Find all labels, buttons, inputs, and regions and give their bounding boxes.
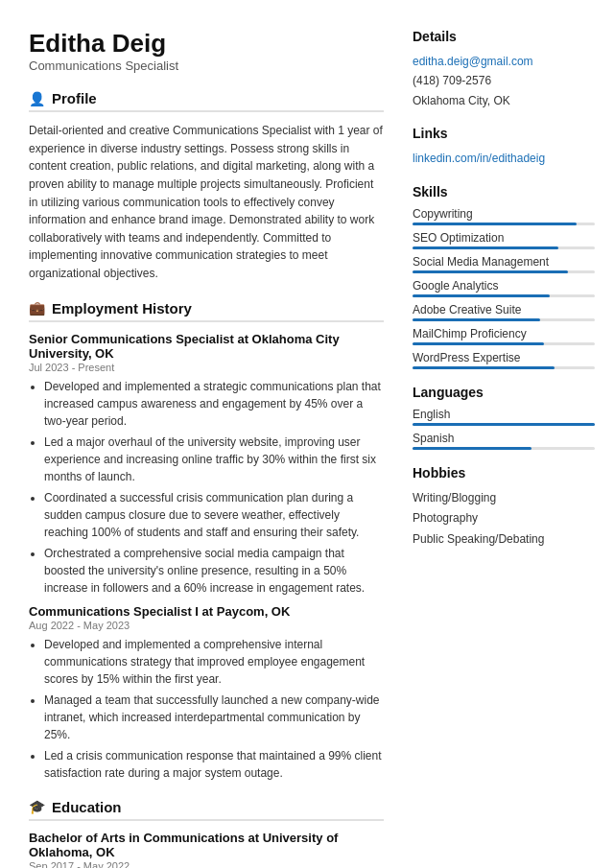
skill-copywriting: Copywriting xyxy=(413,207,595,225)
skill-bar-fill xyxy=(413,246,558,249)
lang-spanish: Spanish xyxy=(413,432,595,450)
job-1-date: Jul 2023 - Present xyxy=(29,362,384,373)
job-1-title: Senior Communications Specialist at Okla… xyxy=(29,332,384,361)
edu-1-title: Bachelor of Arts in Communications at Un… xyxy=(29,831,384,859)
list-item: Developed and implemented a comprehensiv… xyxy=(44,636,384,688)
list-item: Coordinated a successful crisis communic… xyxy=(44,489,384,541)
lang-name: Spanish xyxy=(413,432,595,445)
list-item: Managed a team that successfully launche… xyxy=(44,692,384,743)
languages-label: Languages xyxy=(413,385,595,400)
list-item: Led a crisis communication response that… xyxy=(44,747,384,782)
skill-bar-fill xyxy=(413,342,544,345)
skill-adobe: Adobe Creative Suite xyxy=(413,303,595,321)
header-section: Editha Deig Communications Specialist xyxy=(29,29,384,73)
right-column: Details editha.deig@gmail.com (418) 709-… xyxy=(413,29,595,868)
hobbies-label: Hobbies xyxy=(413,465,595,481)
hobbies-section: Hobbies Writing/Blogging Photography Pub… xyxy=(413,465,595,551)
lang-name: English xyxy=(413,408,595,421)
education-section: 🎓 Education Bachelor of Arts in Communic… xyxy=(29,799,384,868)
profile-section: 👤 Profile Detail-oriented and creative C… xyxy=(29,90,384,282)
job-1-bullets: Developed and implemented a strategic co… xyxy=(29,378,384,597)
education-header: 🎓 Education xyxy=(29,799,384,821)
edu-1-date: Sep 2017 - May 2022 xyxy=(29,860,384,868)
lang-bar-bg xyxy=(413,423,595,426)
languages-section: Languages English Spanish xyxy=(413,385,595,450)
profile-text: Detail-oriented and creative Communicati… xyxy=(29,122,384,282)
skill-bar-fill xyxy=(413,270,568,273)
skill-name: MailChimp Proficiency xyxy=(413,327,595,340)
profile-icon: 👤 xyxy=(29,91,45,106)
lang-english: English xyxy=(413,408,595,426)
skill-bar-fill xyxy=(413,294,550,297)
details-label: Details xyxy=(413,29,595,44)
lang-bar-fill xyxy=(413,447,531,450)
skill-bar-bg xyxy=(413,294,595,297)
resume-container: Editha Deig Communications Specialist 👤 … xyxy=(0,0,614,868)
employment-icon: 💼 xyxy=(29,300,45,316)
links-label: Links xyxy=(413,126,595,141)
skill-name: Copywriting xyxy=(413,207,595,221)
skill-mailchimp: MailChimp Proficiency xyxy=(413,327,595,345)
skill-bar-bg xyxy=(413,223,595,225)
list-item: Developed and implemented a strategic co… xyxy=(44,378,384,430)
list-item: Led a major overhaul of the university w… xyxy=(44,434,384,485)
edu-1: Bachelor of Arts in Communications at Un… xyxy=(29,831,384,868)
job-2-date: Aug 2022 - May 2023 xyxy=(29,620,384,631)
profile-header: 👤 Profile xyxy=(29,90,384,112)
skill-bar-fill xyxy=(413,366,555,369)
skill-bar-bg xyxy=(413,318,595,321)
education-label: Education xyxy=(52,799,122,815)
employment-header: 💼 Employment History xyxy=(29,300,384,322)
skill-bar-bg xyxy=(413,366,595,369)
linkedin-link[interactable]: linkedin.com/in/edithadeig xyxy=(413,149,595,168)
skill-bar-bg xyxy=(413,342,595,345)
candidate-name: Editha Deig xyxy=(29,29,384,59)
lang-bar-bg xyxy=(413,447,595,450)
links-section: Links linkedin.com/in/edithadeig xyxy=(413,126,595,168)
skill-wordpress: WordPress Expertise xyxy=(413,351,595,369)
candidate-title: Communications Specialist xyxy=(29,59,384,73)
skill-name: Google Analytics xyxy=(413,279,595,293)
profile-label: Profile xyxy=(52,90,97,106)
skill-social-media: Social Media Management xyxy=(413,255,595,273)
job-2-bullets: Developed and implemented a comprehensiv… xyxy=(29,636,384,782)
left-column: Editha Deig Communications Specialist 👤 … xyxy=(29,29,384,868)
employment-section: 💼 Employment History Senior Communicatio… xyxy=(29,300,384,782)
skill-google-analytics: Google Analytics xyxy=(413,279,595,297)
details-section: Details editha.deig@gmail.com (418) 709-… xyxy=(413,29,595,110)
phone-text: (418) 709-2576 xyxy=(413,71,595,90)
skills-label: Skills xyxy=(413,184,595,199)
skill-bar-fill xyxy=(413,318,540,321)
lang-bar-fill xyxy=(413,423,595,426)
job-2-title: Communications Specialist I at Paycom, O… xyxy=(29,604,384,619)
hobby-1: Writing/Blogging xyxy=(413,488,595,509)
skill-bar-bg xyxy=(413,270,595,273)
hobby-2: Photography xyxy=(413,508,595,529)
job-2: Communications Specialist I at Paycom, O… xyxy=(29,604,384,782)
employment-label: Employment History xyxy=(52,300,192,317)
skill-name: SEO Optimization xyxy=(413,231,595,245)
skill-seo: SEO Optimization xyxy=(413,231,595,249)
skill-name: Adobe Creative Suite xyxy=(413,303,595,317)
location-text: Oklahoma City, OK xyxy=(413,91,595,110)
list-item: Orchestrated a comprehensive social medi… xyxy=(44,545,384,597)
skill-bar-fill xyxy=(413,223,577,225)
email-link[interactable]: editha.deig@gmail.com xyxy=(413,52,595,71)
hobby-3: Public Speaking/Debating xyxy=(413,529,595,551)
skill-bar-bg xyxy=(413,246,595,249)
skills-section: Skills Copywriting SEO Optimization Soci… xyxy=(413,184,595,369)
skill-name: Social Media Management xyxy=(413,255,595,269)
skill-name: WordPress Expertise xyxy=(413,351,595,364)
education-icon: 🎓 xyxy=(29,799,45,814)
job-1: Senior Communications Specialist at Okla… xyxy=(29,332,384,597)
